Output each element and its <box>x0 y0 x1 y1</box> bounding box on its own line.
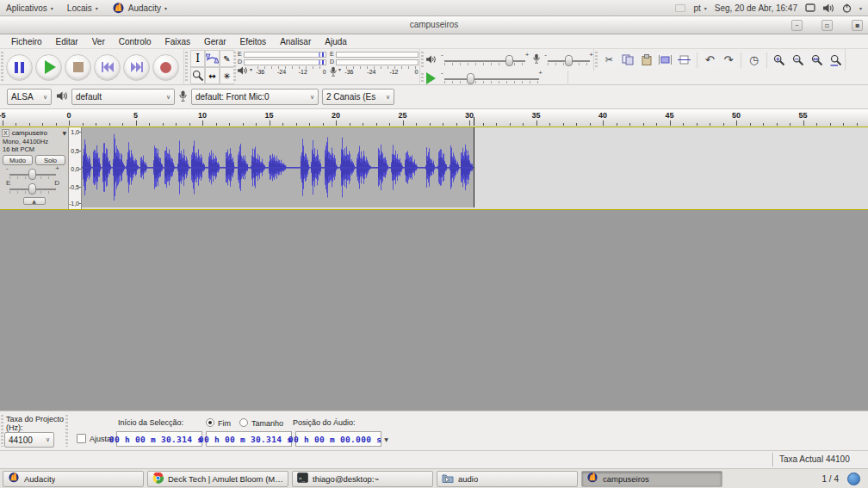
screen-icon[interactable] <box>805 3 815 13</box>
menu-item-ficheiro[interactable]: Ficheiro <box>4 37 49 46</box>
chevron-down-icon[interactable]: ▾ <box>859 5 862 11</box>
play-speed-slider-thumb[interactable] <box>467 73 474 84</box>
playback-device-select[interactable]: default∨ <box>71 89 175 105</box>
zoom-out-button[interactable]: − <box>790 52 808 69</box>
menu-item-ver[interactable]: Ver <box>85 37 112 46</box>
skip-to-end-button[interactable] <box>123 54 150 81</box>
speaker-meter[interactable]: ED▾-36-24-120 <box>238 51 326 83</box>
timeline-label: 40 <box>598 111 607 120</box>
output-volume-slider-thumb[interactable] <box>505 55 513 66</box>
power-icon[interactable] <box>842 3 852 13</box>
vruler-tick <box>78 203 81 204</box>
vruler-tick <box>78 169 81 170</box>
timeshift-tool-button[interactable]: ↔ <box>205 67 220 84</box>
menu-item-editar[interactable]: Editar <box>49 37 85 46</box>
menu-item-faixas[interactable]: Faixas <box>158 37 197 46</box>
meter-channel-row: D <box>330 59 418 65</box>
svg-text:>_: >_ <box>299 475 306 482</box>
places-menu[interactable]: Locais▾ <box>67 3 98 13</box>
workspace-indicator[interactable]: 1 / 4 <box>822 474 839 484</box>
zoom-to-selection-button[interactable]: ↔ <box>809 52 827 69</box>
timeline-ruler[interactable]: -50510152025303540455055 <box>0 109 868 127</box>
gain-slider-control-thumb[interactable] <box>28 169 36 180</box>
track-close-button[interactable]: X <box>2 129 9 137</box>
close-button[interactable]: ▪ <box>852 20 863 31</box>
taskbar-item-campuseiros[interactable]: campuseiros <box>581 471 722 487</box>
trim-outside-selection-button[interactable] <box>656 52 674 69</box>
clock[interactable]: Seg, 20 de Abr, 16:47 <box>715 3 797 13</box>
record-button[interactable] <box>152 54 179 81</box>
timeline-tick <box>857 123 858 126</box>
app-menu-audacity[interactable]: Audacity▾ <box>112 2 167 15</box>
volume-icon[interactable] <box>823 3 834 13</box>
title-bar[interactable]: campuseiros – ▫ ▪ <box>0 16 868 34</box>
envelope-tool-button[interactable] <box>205 50 220 67</box>
length-radio[interactable] <box>239 418 248 427</box>
selection-end-field[interactable]: 00 h 00 m 30.314 s▼ <box>206 431 292 447</box>
taskbar-item-audacity[interactable]: Audacity <box>3 471 144 487</box>
input-volume-slider-thumb[interactable] <box>565 55 573 66</box>
timeline-tick <box>563 123 564 126</box>
track-menu-icon[interactable]: ▼ <box>62 130 66 136</box>
audio-host-select[interactable]: ALSA∨ <box>7 89 52 105</box>
chevron-down-icon[interactable]: ▾ <box>250 66 252 72</box>
microphone-icon[interactable] <box>330 66 337 79</box>
audio-position-field[interactable]: 00 h 00 m 00.000 s▼ <box>295 431 381 447</box>
copy-button[interactable] <box>619 52 637 69</box>
play-at-speed-button[interactable] <box>426 72 436 84</box>
microphone-icon <box>533 53 540 66</box>
zoom-tool-button[interactable] <box>190 67 205 84</box>
zoom-fit-button[interactable] <box>827 52 845 69</box>
waveform-canvas[interactable] <box>82 127 868 207</box>
taskbar-item-audio[interactable]: audio <box>437 471 578 487</box>
track-name[interactable]: campuseiro <box>12 129 47 137</box>
taskbar-item-deck-tech-amulet-bloom-mode[interactable]: Deck Tech | Amulet Bloom (Mode... <box>147 471 288 487</box>
end-radio[interactable] <box>206 418 214 427</box>
skip-to-start-button[interactable] <box>94 54 121 81</box>
menu-item-controlo[interactable]: Controlo <box>112 37 158 46</box>
silence-selection-button[interactable] <box>675 52 693 69</box>
cut-button[interactable]: ✂ <box>600 52 618 69</box>
menu-item-ajuda[interactable]: Ajuda <box>318 37 354 46</box>
applications-menu[interactable]: Aplicativos▾ <box>6 3 53 13</box>
minimize-button[interactable]: – <box>791 20 803 31</box>
menu-item-efeitos[interactable]: Efeitos <box>233 37 274 46</box>
zoom-in-button[interactable]: + <box>771 52 789 69</box>
selection-tool-button[interactable]: I <box>190 50 205 67</box>
menu-item-analisar[interactable]: Analisar <box>273 37 318 46</box>
timer-button[interactable]: ◷ <box>745 52 763 69</box>
recording-device-select[interactable]: default: Front Mic:0∨ <box>191 89 319 105</box>
microphone-meter[interactable]: ED▾-36-24-120 <box>330 51 418 83</box>
chevron-down-icon: ∨ <box>310 94 314 101</box>
input-volume-slider[interactable]: -+ <box>544 53 593 67</box>
output-volume-slider[interactable]: -+ <box>441 53 529 67</box>
pan-slider-control-thumb[interactable] <box>28 183 36 195</box>
redo-button[interactable]: ↷ <box>720 52 738 69</box>
play-speed-slider[interactable]: -+ <box>441 71 542 85</box>
pan-slider[interactable]: ED <box>6 182 62 195</box>
chevron-down-icon: ∨ <box>43 94 47 101</box>
undo-button[interactable]: ↶ <box>701 52 719 69</box>
actual-rate-text: Taxa Actual 44100 <box>779 454 850 464</box>
timeline-tick <box>683 123 684 126</box>
speaker-icon[interactable] <box>238 66 248 77</box>
pan-slider-control[interactable]: ED <box>6 182 59 195</box>
keyboard-layout-menu[interactable]: pt▾ <box>693 3 706 13</box>
selection-start-field[interactable]: 00 h 00 m 30.314 s▼ <box>116 431 202 447</box>
gain-slider-control[interactable]: -+ <box>6 167 59 181</box>
menu-item-gerar[interactable]: Gerar <box>197 37 233 46</box>
play-button[interactable] <box>35 54 62 81</box>
track-collapse-button[interactable]: ▲ <box>23 197 46 205</box>
snap-to-checkbox[interactable] <box>77 434 86 443</box>
workspace-switcher-icon[interactable] <box>847 473 860 485</box>
recording-channels-select[interactable]: 2 Canais (Es∨ <box>322 89 394 105</box>
project-rate-select[interactable]: 44100∨ <box>4 432 54 448</box>
stop-button[interactable] <box>65 54 91 81</box>
pause-button[interactable] <box>6 54 33 81</box>
keyboard-indicator-icon[interactable] <box>675 4 685 12</box>
paste-button[interactable] <box>638 52 656 69</box>
maximize-button[interactable]: ▫ <box>822 20 833 31</box>
taskbar-item-thiago-desktop[interactable]: >_thiago@desktop:~ <box>292 471 433 487</box>
solo-button[interactable]: Solo <box>35 155 65 165</box>
chevron-down-icon[interactable]: ▾ <box>338 66 341 72</box>
